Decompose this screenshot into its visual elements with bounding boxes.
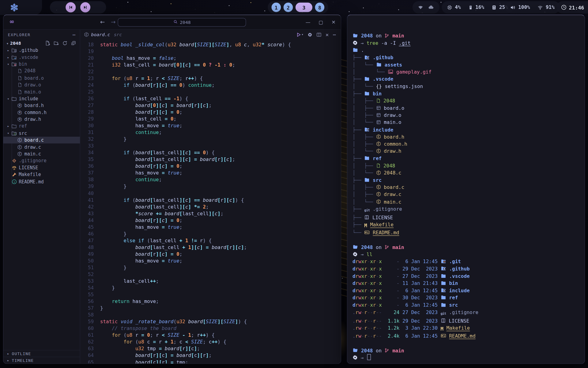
code-line[interactable]: 65 board[c][r] = tmp; [80,359,341,364]
workspace-3-active[interactable]: 3 [296,3,312,12]
code-line[interactable]: 58 [80,312,341,318]
code-line[interactable]: 61 for (u8 r = 0; r < SIZE - 1; r++) { [80,332,341,339]
code-line[interactable]: 21 i32 last_cell = board[0][c] == 0 ? -1… [80,62,341,68]
nav-back-icon[interactable]: ← [100,19,105,25]
sidebar-item-draw-c[interactable]: Cdraw.c [3,144,80,151]
sidebar-item-board-o[interactable]: board.o [3,75,80,82]
code-line[interactable]: 62 for (u8 c = r + 1; c < SIZE; c++) { [80,339,341,345]
code-line[interactable]: 55 [80,291,341,298]
editor-titlebar[interactable]: ∞ ← → 2048 — ▢ ✕ [3,15,341,30]
code-line[interactable]: 26 if (last_cell == -1) { [80,95,341,102]
code-line[interactable]: 42 board[last_cell][c] *= 2; [80,204,341,210]
sidebar-item-2048[interactable]: 2048 [3,68,80,75]
close-editor-icon[interactable]: ✕ [326,32,329,38]
code-editor[interactable]: 18static bool _slide_col(u32 board[SIZE]… [80,40,341,364]
code-line[interactable]: 51 } [80,264,341,271]
collapse-all-icon[interactable] [71,40,76,46]
mword-icon: M [364,222,367,229]
workspace-1[interactable]: 1 [272,3,281,12]
code-line[interactable]: 43 *score += board[last_cell][c]; [80,210,341,217]
sidebar-item-draw-o[interactable]: draw.o [3,82,80,89]
code-line[interactable]: 22 [80,68,341,75]
new-folder-icon[interactable] [54,40,59,46]
code-line[interactable]: 18static bool _slide_col(u32 board[SIZE]… [80,41,341,48]
code-line[interactable]: 23 for (u8 r = 1; r < SIZE; r++) { [80,75,341,82]
code-line[interactable]: 41 if (board[last_cell][c] == board[r][c… [80,197,341,204]
command-center-search[interactable]: 2048 [118,18,246,27]
section-outline[interactable]: ▸OUTLINE [3,350,80,357]
code-line[interactable]: 20 bool has_move = false; [80,55,341,62]
code-line[interactable]: 50 has_move = true; [80,258,341,264]
sidebar-item-makefile[interactable]: Makefile [3,171,80,178]
code-line[interactable]: 54 } [80,285,341,291]
new-file-icon[interactable] [45,40,50,46]
code-line[interactable]: 35 board[last_cell][c] = board[r][c]; [80,156,341,163]
more-actions-icon[interactable]: ⋯ [333,32,337,38]
code-line[interactable]: 36 board[r][c] = 0; [80,163,341,170]
close-icon[interactable]: ✕ [332,19,336,25]
code-line[interactable]: 59static void _rotate_board(u32 board[SI… [80,318,341,325]
code-line[interactable]: 49 board[r][c] = 0; [80,251,341,258]
code-line[interactable]: 44 board[r][c] = 0; [80,217,341,224]
launcher-module[interactable] [0,0,42,15]
code-line[interactable]: 30 has_move = true; [80,122,341,129]
code-line[interactable]: 24 if (board[r][c] == 0) continue; [80,82,341,89]
minimize-icon[interactable]: — [306,19,311,25]
sidebar-item-draw-h[interactable]: Hdraw.h [3,116,80,123]
code-line[interactable]: 45 has_move = true; [80,224,341,231]
sidebar-item-common-h[interactable]: Hcommon.h [3,109,80,116]
sidebar-item--gitignore[interactable]: .gitignore [3,157,80,164]
split-editor-icon[interactable] [317,32,322,37]
nav-forward-icon[interactable]: → [111,19,115,25]
code-line[interactable]: 28 board[r][c] = 0; [80,109,341,116]
editor-window: ∞ ← → 2048 — ▢ ✕ EXPLORER ⋯ [3,15,341,364]
code-line[interactable]: 47 else if (last_cell + 1 != r) { [80,237,341,244]
code-line[interactable]: 29 last_cell = 0; [80,116,341,122]
workspace-8[interactable]: 8 [315,3,325,12]
code-line[interactable]: 64 board[r][c] = board[c][r]; [80,352,341,359]
explorer-more-icon[interactable]: ⋯ [73,32,76,37]
sidebar-item-main-o[interactable]: main.o [3,88,80,95]
code-line[interactable]: 60 // transpose the board [80,325,341,332]
refresh-icon[interactable] [62,40,67,46]
skip-forward-button[interactable] [80,2,90,12]
sidebar-item-ref[interactable]: ▸ref [3,123,80,130]
code-line[interactable]: 40 [80,190,341,197]
code-line[interactable]: 27 board[0][c] = board[r][c]; [80,102,341,109]
code-line[interactable]: 56 return has_move; [80,298,341,305]
gear-icon[interactable] [307,32,312,37]
sidebar-item-readme-md[interactable]: README.md [3,178,80,185]
sidebar-item-include[interactable]: ▾include [3,95,80,102]
sidebar-item-bin[interactable]: ▾bin [3,61,80,68]
code-line[interactable]: 57} [80,305,341,312]
code-line[interactable]: 33 [80,143,341,149]
section-timeline[interactable]: ▸TIMELINE [3,357,80,363]
sidebar-item-main-c[interactable]: Cmain.c [3,151,80,158]
workspace-2[interactable]: 2 [284,3,293,12]
code-line[interactable]: 52 [80,271,341,278]
sidebar-item-board-h[interactable]: Hboard.h [3,102,80,109]
code-line[interactable]: 32 } [80,136,341,143]
code-line[interactable]: 31 continue; [80,129,341,136]
sidebar-item-src[interactable]: ▾()src [3,130,80,137]
sidebar-item-board-c[interactable]: Cboard.c [3,137,80,144]
code-line[interactable]: 46 } [80,231,341,237]
code-line[interactable]: 37 has_move = true; [80,170,341,176]
sidebar-item-license[interactable]: LICENSE [3,164,80,171]
sidebar-item--github[interactable]: ▸.github [3,47,80,54]
code-line[interactable]: 34 if (board[last_cell][c] == 0) { [80,149,341,156]
run-icon[interactable]: ▾ [296,32,303,37]
code-line[interactable]: 63 u32 tmp = board[r][c]; [80,346,341,352]
code-line[interactable]: 53 last_cell++; [80,278,341,285]
code-line[interactable]: 38 continue; [80,177,341,183]
code-line[interactable]: 39 } [80,183,341,190]
code-line[interactable]: 25 [80,89,341,95]
maximize-icon[interactable]: ▢ [319,19,323,25]
terminal[interactable]: 2048 on main → tree -a -I .git .├── .git… [347,15,585,361]
explorer-root-folder[interactable]: ▾ 2048 [3,40,80,47]
code-line[interactable]: 19 [80,48,341,55]
sidebar-item--vscode[interactable]: ▸.vscode [3,54,80,61]
breadcrumb[interactable]: C board.c src [84,32,122,37]
skip-back-button[interactable] [66,2,76,12]
code-line[interactable]: 48 board[last_cell + 1][c] = board[r][c]… [80,244,341,251]
